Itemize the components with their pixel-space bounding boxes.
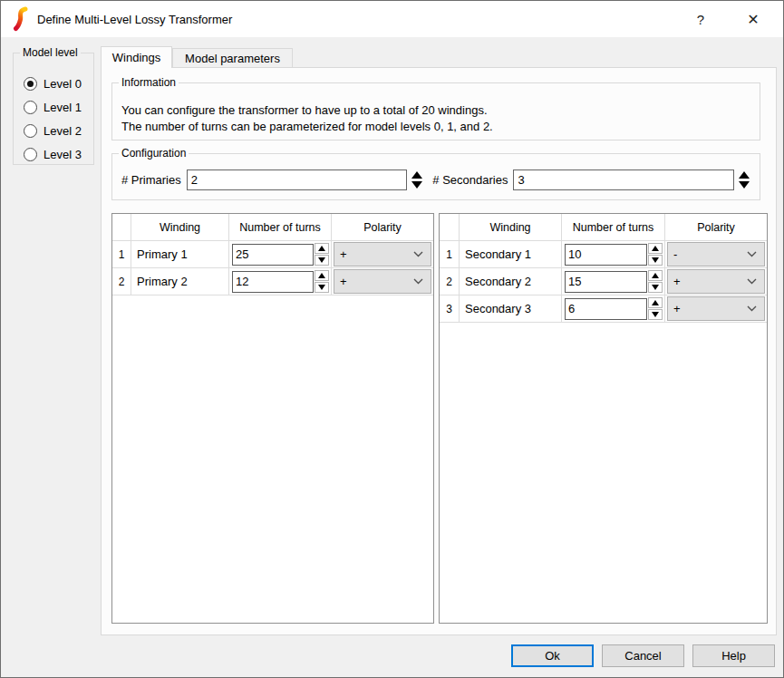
spin-down-icon[interactable] bbox=[411, 181, 422, 189]
secondaries-label: # Secondaries bbox=[432, 173, 508, 187]
information-line-2: The number of turns can be parameterized… bbox=[121, 119, 760, 135]
winding-name-cell[interactable]: Primary 1 bbox=[131, 241, 229, 268]
spin-up-icon[interactable] bbox=[739, 171, 750, 179]
winding-name-cell[interactable]: Secondary 3 bbox=[460, 295, 562, 323]
help-button-label: Help bbox=[721, 649, 746, 663]
col-header-polarity: Polarity bbox=[665, 214, 767, 241]
turns-input[interactable] bbox=[565, 244, 647, 266]
close-icon[interactable]: ✕ bbox=[732, 1, 774, 37]
turns-cell bbox=[562, 241, 665, 268]
radio-level-0[interactable]: Level 0 bbox=[24, 72, 93, 95]
turns-input[interactable] bbox=[232, 244, 314, 266]
winding-name-cell[interactable]: Primary 2 bbox=[131, 268, 229, 295]
turns-input[interactable] bbox=[565, 271, 647, 293]
col-header-polarity: Polarity bbox=[332, 214, 433, 241]
radio-icon bbox=[24, 77, 37, 91]
spin-up-button[interactable] bbox=[315, 243, 329, 254]
titlebar-help-button[interactable]: ? bbox=[680, 1, 721, 37]
chevron-down-icon bbox=[747, 278, 757, 285]
polarity-value: + bbox=[673, 302, 681, 315]
spin-up-icon bbox=[652, 246, 659, 251]
row-header: 3 bbox=[440, 295, 460, 323]
configuration-title: Configuration bbox=[119, 147, 189, 160]
radio-level-2[interactable]: Level 2 bbox=[24, 119, 93, 142]
window-title: Define Multi-Level Lossy Transformer bbox=[37, 13, 232, 26]
polarity-value: + bbox=[673, 275, 681, 288]
ok-button[interactable]: Ok bbox=[511, 644, 594, 667]
polarity-cell: + bbox=[665, 268, 767, 295]
turns-spinner[interactable] bbox=[315, 243, 329, 266]
radio-level-3[interactable]: Level 3 bbox=[24, 142, 93, 166]
spin-up-icon bbox=[318, 246, 325, 251]
spin-up-icon[interactable] bbox=[411, 171, 422, 179]
spin-down-button[interactable] bbox=[648, 282, 663, 293]
secondary-windings-table: Winding Number of turns Polarity 1 Secon… bbox=[439, 213, 768, 624]
polarity-dropdown[interactable]: - bbox=[667, 242, 765, 266]
winding-name-cell[interactable]: Secondary 1 bbox=[460, 241, 562, 268]
spin-down-icon bbox=[652, 285, 659, 290]
model-level-groupbox: Model level Level 0 Level 1 Level 2 Leve… bbox=[13, 53, 94, 165]
cancel-button[interactable]: Cancel bbox=[602, 644, 684, 667]
primaries-spinner[interactable] bbox=[410, 171, 423, 189]
model-level-title: Model level bbox=[20, 46, 81, 59]
spin-down-button[interactable] bbox=[648, 309, 663, 320]
turns-cell bbox=[229, 268, 332, 295]
spin-down-button[interactable] bbox=[315, 255, 329, 266]
polarity-dropdown[interactable]: + bbox=[667, 296, 765, 321]
information-title: Information bbox=[119, 76, 179, 89]
turns-spinner[interactable] bbox=[648, 270, 663, 293]
spin-up-button[interactable] bbox=[315, 270, 329, 281]
spin-down-icon bbox=[318, 285, 325, 290]
help-button[interactable]: Help bbox=[692, 644, 775, 667]
col-header-winding: Winding bbox=[131, 214, 229, 241]
configuration-groupbox: Configuration # Primaries # Secondaries bbox=[111, 153, 760, 200]
primaries-label: # Primaries bbox=[121, 173, 181, 187]
polarity-value: - bbox=[673, 247, 677, 261]
turns-input[interactable] bbox=[565, 298, 647, 320]
polarity-dropdown[interactable]: + bbox=[334, 242, 431, 266]
tab-model-parameters[interactable]: Model parameters bbox=[172, 48, 293, 68]
spin-down-icon bbox=[318, 257, 325, 263]
spin-up-button[interactable] bbox=[648, 270, 663, 281]
chevron-down-icon bbox=[413, 251, 423, 257]
secondaries-input[interactable] bbox=[513, 170, 734, 190]
turns-spinner[interactable] bbox=[315, 270, 329, 293]
spin-down-button[interactable] bbox=[648, 255, 663, 266]
tab-windings[interactable]: Windings bbox=[101, 46, 172, 68]
polarity-cell: - bbox=[665, 241, 767, 268]
radio-level-1-label: Level 1 bbox=[44, 101, 82, 114]
turns-input[interactable] bbox=[232, 271, 314, 293]
spin-down-icon[interactable] bbox=[739, 181, 750, 189]
secondaries-spinner[interactable] bbox=[737, 171, 750, 189]
radio-icon bbox=[24, 124, 37, 138]
polarity-dropdown[interactable]: + bbox=[334, 269, 431, 294]
spin-down-button[interactable] bbox=[315, 282, 329, 293]
radio-level-0-label: Level 0 bbox=[44, 77, 82, 91]
turns-spinner[interactable] bbox=[648, 297, 663, 320]
spin-up-button[interactable] bbox=[648, 297, 663, 308]
spin-up-icon bbox=[318, 273, 325, 278]
model-level-radio-group: Level 0 Level 1 Level 2 Level 3 bbox=[14, 53, 93, 166]
windings-tab-pane: Information You can configure the transf… bbox=[101, 67, 777, 635]
spin-up-icon bbox=[652, 300, 659, 305]
row-header: 1 bbox=[112, 241, 131, 268]
primaries-input[interactable] bbox=[187, 170, 408, 190]
winding-name-cell[interactable]: Secondary 2 bbox=[460, 268, 562, 295]
spin-up-button[interactable] bbox=[648, 243, 663, 254]
primary-windings-table: Winding Number of turns Polarity 1 Prima… bbox=[111, 213, 434, 624]
title-bar: Define Multi-Level Lossy Transformer ? ✕ bbox=[1, 1, 783, 37]
chevron-down-icon bbox=[413, 278, 423, 285]
polarity-cell: + bbox=[332, 241, 433, 268]
turns-cell bbox=[562, 295, 665, 323]
polarity-cell: + bbox=[332, 268, 433, 295]
polarity-dropdown[interactable]: + bbox=[667, 269, 765, 294]
col-header-turns: Number of turns bbox=[562, 214, 665, 241]
radio-level-3-label: Level 3 bbox=[44, 148, 82, 161]
chevron-down-icon bbox=[747, 305, 757, 312]
turns-spinner[interactable] bbox=[648, 243, 663, 266]
tab-windings-label: Windings bbox=[112, 51, 160, 64]
cancel-button-label: Cancel bbox=[624, 649, 661, 663]
radio-level-1[interactable]: Level 1 bbox=[24, 95, 93, 119]
app-logo-icon bbox=[11, 6, 31, 32]
polarity-value: + bbox=[340, 275, 347, 288]
